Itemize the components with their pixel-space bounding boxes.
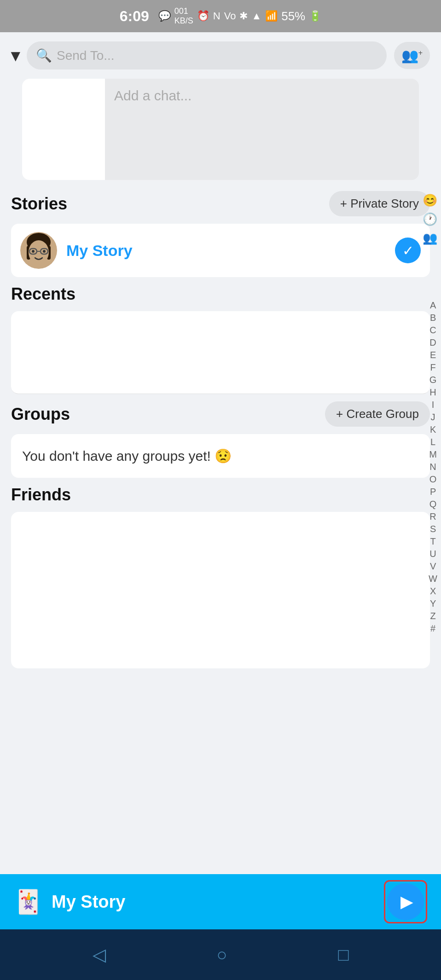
emoji-sidebar-icon[interactable]: 😊 [423, 193, 437, 208]
add-friends-button[interactable]: 👥+ [394, 42, 430, 69]
alphabet-letters-sidebar: A B C D E F G H I J K L M N O P Q R S T … [429, 299, 437, 634]
alpha-I[interactable]: I [432, 399, 435, 411]
alpha-K[interactable]: K [430, 423, 436, 435]
friends-title: Friends [11, 485, 71, 504]
alpha-H[interactable]: H [429, 386, 436, 398]
play-button[interactable]: ▶ [387, 883, 424, 920]
alpha-Z[interactable]: Z [430, 610, 435, 622]
private-story-button[interactable]: + Private Story [329, 191, 430, 216]
alpha-G[interactable]: G [429, 374, 437, 386]
alpha-B[interactable]: B [430, 312, 436, 324]
alpha-L[interactable]: L [430, 436, 435, 448]
search-icon: 🔍 [36, 48, 52, 63]
stories-section: Stories + Private Story [0, 191, 441, 277]
alarm-icon: ⏰ [197, 10, 209, 22]
svg-point-8 [32, 250, 35, 253]
people-sidebar-icon[interactable]: 👥 [423, 231, 437, 245]
friends-box [11, 512, 430, 668]
alpha-F[interactable]: F [430, 361, 435, 373]
status-bar: 6:09 💬 001KB/S ⏰ N Vo ✱ ▲ 📶 55% 🔋 [0, 0, 441, 32]
alpha-J[interactable]: J [431, 411, 435, 423]
add-friends-icon: 👥+ [401, 47, 423, 64]
android-nav-bar: ◁ ○ □ [0, 929, 441, 980]
alpha-S[interactable]: S [430, 523, 436, 535]
friends-section: Friends [0, 485, 441, 668]
signal-icon: 📶 [265, 10, 278, 22]
story-cards-icon: 🃏 [14, 888, 42, 915]
alphabet-sidebar: 😊 🕐 👥 [423, 193, 437, 253]
chat-avatar-placeholder [22, 79, 105, 180]
bottom-action-bar: 🃏 My Story ▶ [0, 874, 441, 929]
recents-header: Recents [11, 284, 430, 304]
chat-add-section: Add a chat... [0, 79, 441, 180]
status-time: 6:09 [120, 8, 149, 25]
battery-indicator: 55% [281, 9, 305, 23]
data-icon: 001KB/S [174, 6, 193, 26]
bitmoji-svg [20, 232, 57, 269]
alpha-A[interactable]: A [430, 299, 436, 311]
my-story-avatar [20, 232, 57, 269]
search-placeholder: Send To... [57, 48, 115, 63]
battery-icon: 🔋 [309, 10, 321, 22]
bluetooth-icon: ✱ [239, 10, 248, 22]
nfc-icon: N [213, 10, 220, 22]
stories-header: Stories + Private Story [11, 191, 430, 216]
alpha-P[interactable]: P [430, 486, 436, 498]
alpha-W[interactable]: W [429, 573, 437, 585]
groups-title: Groups [11, 405, 70, 424]
groups-header: Groups + Create Group [11, 401, 430, 427]
recents-section: Recents [0, 284, 441, 394]
wifi-icon: ▲ [251, 10, 261, 22]
alpha-N[interactable]: N [429, 461, 436, 473]
chat-add-box[interactable]: Add a chat... [22, 79, 419, 180]
chevron-down-icon[interactable]: ▾ [11, 46, 19, 65]
play-button-wrapper: ▶ [384, 880, 427, 923]
top-bar: ▾ 🔍 Send To... 👥+ [0, 32, 441, 79]
alpha-O[interactable]: O [429, 473, 437, 485]
chat-add-placeholder: Add a chat... [105, 79, 419, 180]
alpha-M[interactable]: M [429, 448, 437, 460]
friends-header: Friends [11, 485, 430, 504]
my-story-check: ✓ [395, 238, 421, 263]
alpha-R[interactable]: R [429, 510, 436, 522]
alpha-hash[interactable]: # [430, 622, 435, 634]
alpha-X[interactable]: X [430, 585, 436, 597]
recents-box [11, 311, 430, 394]
groups-empty-message: You don't have any groups yet! 😟 [11, 434, 430, 478]
alpha-C[interactable]: C [429, 324, 436, 336]
svg-point-4 [29, 240, 49, 264]
play-icon: ▶ [400, 892, 413, 911]
svg-point-9 [43, 250, 46, 253]
groups-section: Groups + Create Group You don't have any… [0, 401, 441, 478]
alpha-Q[interactable]: Q [429, 498, 437, 510]
back-nav-icon[interactable]: ◁ [93, 945, 106, 965]
alpha-U[interactable]: U [429, 548, 436, 560]
create-group-button[interactable]: + Create Group [325, 401, 430, 427]
stories-title: Stories [11, 194, 67, 214]
recents-title: Recents [11, 284, 75, 304]
alpha-E[interactable]: E [430, 349, 436, 361]
alpha-T[interactable]: T [430, 535, 435, 547]
home-nav-icon[interactable]: ○ [217, 945, 227, 965]
alpha-D[interactable]: D [429, 336, 436, 348]
my-story-name: My Story [66, 242, 386, 260]
search-bar[interactable]: 🔍 Send To... [27, 41, 387, 70]
alpha-V[interactable]: V [430, 560, 436, 572]
clock-sidebar-icon[interactable]: 🕐 [423, 212, 437, 226]
status-icons: 💬 001KB/S ⏰ N Vo ✱ ▲ 📶 55% 🔋 [158, 6, 321, 26]
volte-icon: Vo [224, 10, 236, 22]
bottom-story-label: My Story [52, 892, 375, 912]
my-story-item[interactable]: My Story ✓ [11, 224, 430, 277]
alpha-Y[interactable]: Y [430, 597, 436, 609]
recent-nav-icon[interactable]: □ [338, 945, 349, 965]
whatsapp-icon: 💬 [158, 10, 171, 22]
main-area: ▾ 🔍 Send To... 👥+ Add a chat... 😊 🕐 👥 St… [0, 32, 441, 980]
